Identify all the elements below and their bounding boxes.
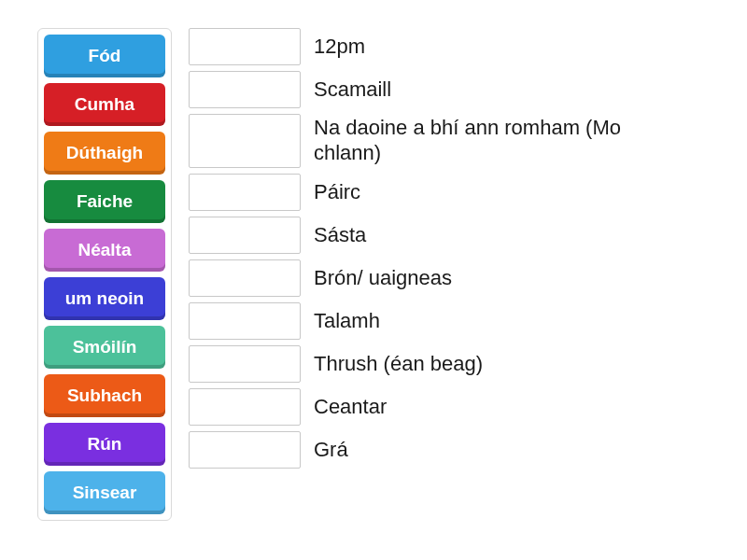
definition-row: Scamaill [189, 71, 687, 108]
drop-target[interactable] [189, 302, 301, 340]
definition-row: 12pm [189, 28, 687, 65]
tile-run[interactable]: Rún [44, 423, 165, 466]
match-game: Fód Cumha Dúthaigh Faiche Néalta um neoi… [37, 28, 710, 521]
tile-palette: Fód Cumha Dúthaigh Faiche Néalta um neoi… [37, 28, 172, 521]
definition-text: Na daoine a bhí ann romham (Mo chlann) [314, 116, 687, 166]
definition-text: 12pm [314, 35, 365, 60]
definition-row: Talamh [189, 302, 687, 340]
drop-target[interactable] [189, 28, 301, 65]
definition-row: Sásta [189, 217, 687, 254]
tile-subhach[interactable]: Subhach [44, 374, 165, 417]
drop-target[interactable] [189, 345, 301, 383]
definition-text: Sásta [314, 223, 366, 248]
definition-text: Brón/ uaigneas [314, 266, 452, 291]
drop-target[interactable] [189, 388, 301, 426]
tile-sinsear[interactable]: Sinsear [44, 471, 165, 514]
definition-text: Scamaill [314, 77, 391, 103]
definition-row: Páirc [189, 174, 687, 211]
tile-nealta[interactable]: Néalta [44, 229, 165, 272]
drop-target[interactable] [189, 114, 301, 168]
definition-row: Thrush (éan beag) [189, 345, 687, 383]
tile-faiche[interactable]: Faiche [44, 180, 165, 223]
definition-text: Ceantar [314, 395, 387, 420]
drop-target[interactable] [189, 431, 301, 469]
definition-text: Talamh [314, 309, 380, 334]
drop-target[interactable] [189, 259, 301, 297]
tile-cumha[interactable]: Cumha [44, 83, 165, 126]
definition-text: Páirc [314, 180, 360, 205]
definition-text: Grá [314, 438, 348, 463]
definition-row: Brón/ uaigneas [189, 259, 687, 297]
definition-row: Ceantar [189, 388, 687, 426]
drop-target[interactable] [189, 217, 301, 254]
drop-target[interactable] [189, 71, 301, 108]
tile-smoilin[interactable]: Smóilín [44, 326, 165, 369]
definition-row: Na daoine a bhí ann romham (Mo chlann) [189, 114, 687, 168]
tile-duthaigh[interactable]: Dúthaigh [44, 132, 165, 175]
definition-text: Thrush (éan beag) [314, 352, 483, 377]
tile-um-neoin[interactable]: um neoin [44, 277, 165, 320]
definition-row: Grá [189, 431, 687, 469]
tile-fod[interactable]: Fód [44, 35, 165, 77]
drop-target[interactable] [189, 174, 301, 211]
definition-column: 12pm Scamaill Na daoine a bhí ann romham… [189, 28, 687, 469]
